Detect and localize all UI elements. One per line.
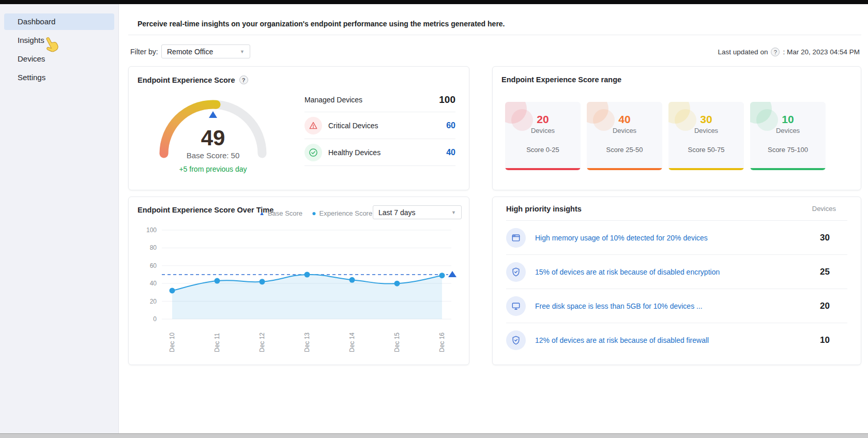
score-bucket-75-100: 10 Devices Score 75-100	[750, 102, 826, 170]
sidebar-item-devices[interactable]: Devices	[4, 51, 114, 67]
score-delta: +5 from previous day	[154, 165, 272, 173]
legend-label: Experience Score	[319, 209, 373, 217]
base-score-marker-icon	[209, 111, 217, 118]
devices-column-header: Devices	[812, 205, 847, 213]
insight-row: High memory usage of 10% detected for 20…	[506, 221, 847, 255]
sidebar-item-dashboard[interactable]: Dashboard	[4, 13, 114, 30]
legend-experience-score[interactable]: ● Experience Score	[312, 209, 372, 217]
endpoint-experience-score-card: Endpoint Experience Score ? 49 Base Scor…	[128, 66, 469, 190]
managed-devices-value: 100	[439, 94, 455, 105]
sidebar: Dashboard Insights Devices Settings	[0, 4, 119, 433]
insights-title: High priority insights	[506, 205, 582, 213]
bucket-count: 20	[505, 113, 581, 126]
card-title-text: Endpoint Experience Score range	[501, 75, 621, 84]
period-dropdown[interactable]: Last 7 days ▼	[373, 205, 462, 219]
svg-text:Dec 13: Dec 13	[303, 333, 311, 352]
managed-devices-stats: Managed Devices 100 Critical Devices 60	[304, 87, 455, 166]
critical-devices-value: 60	[446, 121, 455, 130]
svg-text:Dec 15: Dec 15	[393, 333, 401, 352]
bucket-color-bar	[668, 168, 744, 170]
memory-window-icon	[506, 228, 526, 248]
shield-check-icon	[506, 330, 526, 350]
chevron-down-icon: ▼	[240, 49, 245, 54]
healthy-check-icon	[304, 144, 322, 161]
svg-text:60: 60	[150, 262, 157, 269]
insight-link[interactable]: Free disk space is less than 5GB for 10%…	[535, 302, 820, 310]
sidebar-item-label: Dashboard	[18, 17, 55, 26]
base-score-label: Base Score: 50	[154, 151, 272, 160]
healthy-devices-label: Healthy Devices	[328, 148, 380, 157]
last-updated: Last updated on ? : Mar 20, 2023 04:54 P…	[718, 48, 860, 56]
bottom-gray-bar	[0, 433, 868, 438]
insight-devices-value: 25	[820, 267, 847, 277]
score-bucket-50-75: 30 Devices Score 50-75	[668, 102, 744, 170]
insight-link[interactable]: High memory usage of 10% detected for 20…	[535, 234, 820, 242]
insight-devices-value: 20	[820, 301, 847, 311]
legend-label: Base Score	[268, 209, 302, 217]
insight-link[interactable]: 12% of devices are at risk because of di…	[535, 336, 820, 344]
svg-text:20: 20	[150, 298, 157, 305]
card-title: Endpoint Experience Score Over Time	[138, 206, 273, 214]
managed-devices-label: Managed Devices	[304, 96, 362, 104]
sidebar-item-label: Settings	[18, 73, 45, 82]
healthy-devices-row: Healthy Devices 40	[304, 139, 455, 166]
chart-legend: ▲ Base Score ● Experience Score	[259, 209, 372, 217]
insight-devices-value: 30	[820, 233, 847, 243]
insights-header: High priority insights Devices	[506, 197, 847, 221]
sidebar-item-label: Devices	[18, 54, 45, 63]
legend-base-score[interactable]: ▲ Base Score	[259, 209, 302, 217]
insight-link[interactable]: 15% of devices are at risk because of di…	[535, 268, 820, 276]
filter-dropdown[interactable]: Remote Office ▼	[161, 44, 250, 58]
svg-text:Dec 11: Dec 11	[214, 333, 221, 352]
bucket-range-label: Score 50-75	[668, 146, 744, 154]
bucket-count: 30	[668, 113, 744, 126]
card-title: Endpoint Experience Score range	[501, 75, 621, 84]
sidebar-item-settings[interactable]: Settings	[4, 69, 114, 86]
monitor-icon	[506, 296, 526, 316]
critical-devices-row: Critical Devices 60	[304, 112, 455, 139]
score-value: 49	[154, 126, 272, 150]
bucket-range-label: Score 75-100	[750, 146, 826, 154]
healthy-devices-value: 40	[446, 148, 455, 157]
shield-check-icon	[506, 262, 526, 282]
circle-marker-icon: ●	[312, 209, 316, 217]
score-range-card: Endpoint Experience Score range 20 Devic…	[492, 66, 861, 190]
help-icon[interactable]: ?	[771, 48, 780, 56]
bucket-count: 10	[750, 113, 826, 126]
card-title-text: Endpoint Experience Score	[138, 76, 235, 84]
high-priority-insights-card: High priority insights Devices High memo…	[492, 197, 861, 365]
divider	[128, 35, 861, 35]
page-description: Perceive real-time insights on your orga…	[138, 20, 505, 28]
filter-by-label: Filter by:	[130, 48, 158, 56]
svg-text:80: 80	[150, 244, 157, 251]
svg-text:Dec 16: Dec 16	[438, 333, 446, 352]
dashboard-screen: Dashboard Insights Devices Settings Perc…	[0, 0, 868, 438]
last-updated-label: Last updated on	[718, 48, 768, 56]
svg-text:0: 0	[153, 315, 157, 323]
card-title-text: Endpoint Experience Score Over Time	[138, 206, 273, 214]
insight-row: 15% of devices are at risk because of di…	[506, 255, 847, 289]
bucket-devices-label: Devices	[587, 127, 662, 134]
top-black-bar	[0, 0, 868, 4]
bucket-color-bar	[587, 168, 662, 170]
svg-text:Dec 14: Dec 14	[348, 333, 356, 352]
bucket-color-bar	[750, 168, 826, 170]
bucket-range-label: Score 0-25	[505, 146, 581, 154]
score-bucket-25-50: 40 Devices Score 25-50	[587, 102, 662, 170]
bucket-range-label: Score 25-50	[587, 146, 662, 154]
period-dropdown-value: Last 7 days	[378, 208, 416, 217]
critical-devices-label: Critical Devices	[328, 122, 378, 130]
help-icon[interactable]: ?	[239, 75, 248, 84]
insight-row: 12% of devices are at risk because of di…	[506, 323, 847, 357]
svg-text:40: 40	[150, 280, 157, 287]
score-bucket-0-25: 20 Devices Score 0-25	[505, 102, 581, 170]
svg-text:100: 100	[146, 226, 157, 234]
main-content: Perceive real-time insights on your orga…	[119, 4, 868, 433]
filter-dropdown-value: Remote Office	[167, 48, 213, 56]
bucket-devices-label: Devices	[505, 127, 581, 134]
svg-text:Dec 10: Dec 10	[169, 333, 176, 352]
bucket-devices-label: Devices	[750, 127, 826, 134]
svg-text:Dec 12: Dec 12	[258, 333, 266, 352]
insight-row: Free disk space is less than 5GB for 10%…	[506, 289, 847, 323]
last-updated-value: : Mar 20, 2023 04:54 PM	[783, 48, 860, 56]
